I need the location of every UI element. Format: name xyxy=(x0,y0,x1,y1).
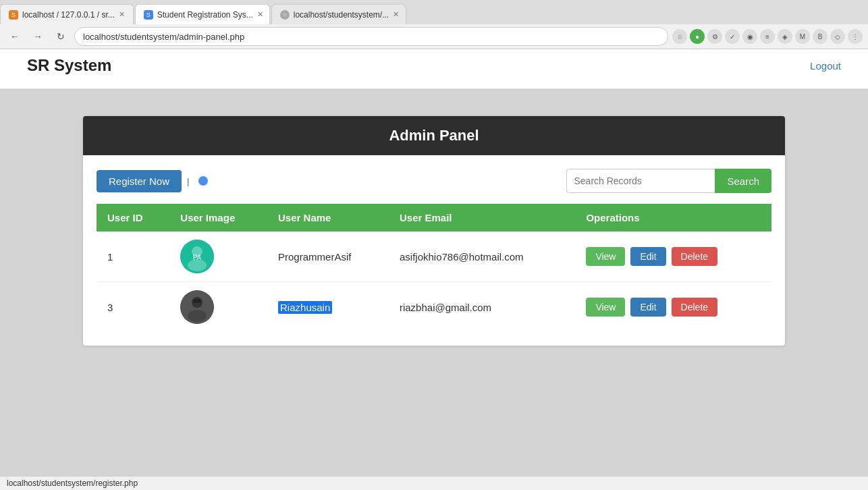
app-header: SR System Logout xyxy=(0,49,868,89)
tab-label-2: Student Registration Sys... xyxy=(157,10,253,20)
register-now-button[interactable]: Register Now xyxy=(97,170,182,192)
tab-3[interactable]: ○ localhost/studentsystem/... ✕ xyxy=(271,4,406,24)
back-button[interactable]: ← xyxy=(5,27,24,46)
svg-point-5 xyxy=(192,297,202,308)
ext-icon-4[interactable]: ◉ xyxy=(742,29,757,44)
ext-icon-8[interactable]: B xyxy=(813,29,828,44)
tab-close-1[interactable]: ✕ xyxy=(119,10,125,19)
col-user-email: User Email xyxy=(389,204,575,232)
star-icon[interactable]: ☆ xyxy=(672,29,687,44)
svg-point-8 xyxy=(197,299,201,303)
col-user-image: User Image xyxy=(169,204,267,232)
tab-close-2[interactable]: ✕ xyxy=(257,10,263,19)
edit-button-1[interactable]: Edit xyxy=(630,247,666,266)
table-row: 1 PA xyxy=(97,232,771,282)
panel-body: Register Now | Search User ID User Im xyxy=(83,155,785,346)
ext-icon-6[interactable]: ◈ xyxy=(778,29,792,44)
col-user-name: User Name xyxy=(267,204,389,232)
tab-favicon-3: ○ xyxy=(280,10,290,20)
cell-username-1: ProgrammerAsif xyxy=(267,232,389,282)
cursor-indicator: | xyxy=(187,176,189,186)
url-text: localhost/studentsystem/admin-panel.php xyxy=(83,32,244,42)
forward-button[interactable]: → xyxy=(28,27,47,46)
cell-email-2: riazbhai@gmail.com xyxy=(389,282,575,333)
users-table: User ID User Image User Name User Email … xyxy=(97,204,771,332)
table-header: User ID User Image User Name User Email … xyxy=(97,204,771,232)
tab-2[interactable]: S Student Registration Sys... ✕ xyxy=(135,4,270,24)
panel-title: Admin Panel xyxy=(389,127,479,144)
search-input[interactable] xyxy=(566,169,715,193)
panel-header: Admin Panel xyxy=(83,116,785,155)
tab-bar: S localhost / 127.0.0.1 / sr... ✕ S Stud… xyxy=(0,0,868,24)
cell-image-1: PA xyxy=(169,232,267,282)
delete-button-1[interactable]: Delete xyxy=(672,247,717,266)
tab-favicon-1: S xyxy=(9,10,18,20)
loading-indicator xyxy=(198,176,208,186)
delete-button-2[interactable]: Delete xyxy=(672,298,717,317)
user-avatar-2 xyxy=(180,290,214,324)
cell-image-2 xyxy=(169,282,267,333)
table-row: 3 xyxy=(97,282,771,333)
operations-cell-2: View Edit Delete xyxy=(586,298,761,317)
avatar-svg-2 xyxy=(180,290,214,324)
menu-icon[interactable]: ⋮ xyxy=(848,29,863,44)
cell-id-2: 3 xyxy=(97,282,169,333)
tab-1[interactable]: S localhost / 127.0.0.1 / sr... ✕ xyxy=(0,4,134,24)
toolbar-row: Register Now | Search xyxy=(97,169,771,193)
browser-chrome: S localhost / 127.0.0.1 / sr... ✕ S Stud… xyxy=(0,0,868,49)
table-header-row: User ID User Image User Name User Email … xyxy=(97,204,771,232)
status-url: localhost/studentsystem/register.php xyxy=(7,479,138,488)
cell-operations-2: View Edit Delete xyxy=(575,282,771,333)
ext-icon-1[interactable]: ● xyxy=(690,29,705,44)
address-bar-row: ← → ↻ localhost/studentsystem/admin-pane… xyxy=(0,24,868,49)
ext-icon-5[interactable]: ≡ xyxy=(760,29,775,44)
ext-icon-7[interactable]: M xyxy=(795,29,810,44)
address-bar[interactable]: localhost/studentsystem/admin-panel.php xyxy=(74,27,668,46)
status-bar: localhost/studentsystem/register.php xyxy=(0,476,868,490)
app-title: SR System xyxy=(27,56,111,75)
tab-label-1: localhost / 127.0.0.1 / sr... xyxy=(22,10,115,20)
table-body: 1 PA xyxy=(97,232,771,332)
svg-point-7 xyxy=(193,299,197,303)
logout-link[interactable]: Logout xyxy=(810,60,841,72)
search-area: Search xyxy=(566,169,771,193)
search-button[interactable]: Search xyxy=(715,169,771,193)
cell-email-1: asifjokhio786@hotmail.com xyxy=(389,232,575,282)
page-content: Admin Panel Register Now | Search xyxy=(0,89,868,490)
operations-cell-1: View Edit Delete xyxy=(586,247,761,266)
col-user-id: User ID xyxy=(97,204,169,232)
cell-id-1: 1 xyxy=(97,232,169,282)
browser-toolbar-icons: ☆ ● ⚙ ✓ ◉ ≡ ◈ M B ◇ ⋮ xyxy=(672,29,863,44)
admin-panel: Admin Panel Register Now | Search xyxy=(83,116,785,346)
username-highlight-2: Riazhusain xyxy=(278,301,332,314)
svg-text:PA: PA xyxy=(193,254,202,261)
ext-icon-2[interactable]: ⚙ xyxy=(707,29,722,44)
tab-label-3: localhost/studentsystem/... xyxy=(294,10,389,20)
ext-icon-9[interactable]: ◇ xyxy=(830,29,845,44)
ext-icon-3[interactable]: ✓ xyxy=(725,29,740,44)
avatar-svg-1: PA xyxy=(180,240,214,273)
view-button-2[interactable]: View xyxy=(586,298,625,317)
reload-button[interactable]: ↻ xyxy=(51,27,70,46)
user-avatar-1: PA xyxy=(180,240,214,273)
tab-close-3[interactable]: ✕ xyxy=(393,10,399,19)
cell-operations-1: View Edit Delete xyxy=(575,232,771,282)
main-container: Admin Panel Register Now | Search xyxy=(83,116,785,346)
cell-username-2: Riazhusain xyxy=(267,282,389,333)
tab-favicon-2: S xyxy=(144,10,153,20)
svg-point-6 xyxy=(188,310,207,322)
edit-button-2[interactable]: Edit xyxy=(630,298,666,317)
col-operations: Operations xyxy=(575,204,771,232)
view-button-1[interactable]: View xyxy=(586,247,625,266)
